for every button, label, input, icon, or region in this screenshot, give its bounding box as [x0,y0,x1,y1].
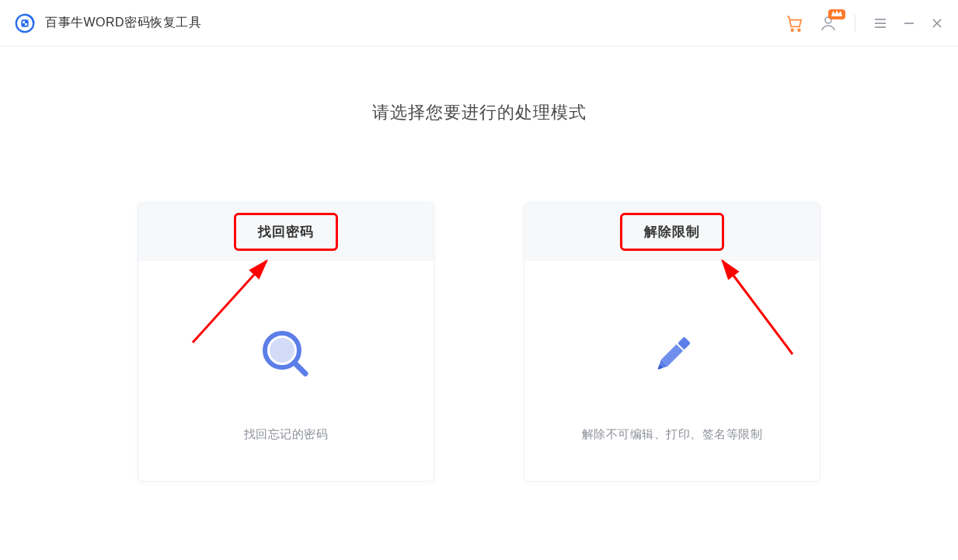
card-title-recover: 找回密码 [258,223,314,241]
user-icon[interactable] [819,14,838,33]
titlebar-left: 百事牛WORD密码恢复工具 [14,12,201,34]
titlebar: 百事牛WORD密码恢复工具 [0,0,958,47]
pencil-icon [645,327,699,381]
svg-rect-2 [23,21,25,23]
svg-line-18 [723,261,793,354]
close-button[interactable] [930,16,944,30]
separator [855,15,855,32]
card-title-unlock: 解除限制 [644,223,700,241]
page-heading: 请选择您要进行的处理模式 [372,101,587,124]
annotation-highlight-box: 找回密码 [234,213,338,251]
magnifier-icon [259,327,313,381]
svg-point-5 [798,29,800,31]
annotation-highlight-box: 解除限制 [620,213,724,251]
vip-badge [828,9,845,19]
titlebar-right [785,13,944,33]
menu-icon[interactable] [873,16,888,31]
card-remove-restrictions[interactable]: 解除限制 解除不可编辑、打印、签名等限制 [524,202,820,482]
card-icon-area [259,261,313,427]
main-content: 请选择您要进行的处理模式 找回密码 找回忘记的密码 [0,47,958,482]
card-desc-recover: 找回忘记的密码 [244,427,329,442]
minimize-button[interactable] [902,16,916,30]
card-icon-area [645,261,699,427]
card-recover-password[interactable]: 找回密码 找回忘记的密码 [138,202,434,482]
svg-line-13 [193,261,266,343]
cart-icon[interactable] [785,13,805,33]
svg-line-17 [295,363,305,374]
app-logo-icon [14,12,36,34]
card-header: 解除限制 [524,203,820,261]
card-header: 找回密码 [138,203,434,261]
card-desc-unlock: 解除不可编辑、打印、签名等限制 [582,427,763,442]
svg-point-4 [791,29,793,31]
app-title: 百事牛WORD密码恢复工具 [45,15,201,31]
svg-rect-3 [25,23,27,26]
annotation-arrow-icon [707,253,800,358]
svg-point-16 [270,338,294,363]
cards-container: 找回密码 找回忘记的密码 解除限制 [138,202,820,482]
